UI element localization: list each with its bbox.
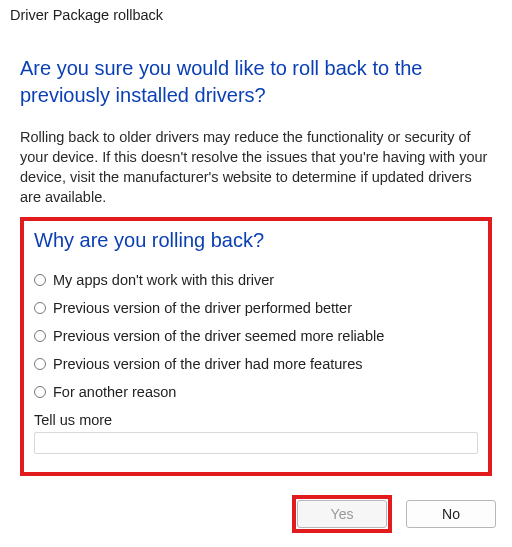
reason-label: My apps don't work with this driver (53, 272, 274, 288)
reason-option-apps[interactable]: My apps don't work with this driver (34, 272, 478, 288)
reason-section: Why are you rolling back? My apps don't … (20, 217, 492, 476)
reason-option-performed-better[interactable]: Previous version of the driver performed… (34, 300, 478, 316)
reason-radio[interactable] (34, 330, 46, 342)
reason-radio[interactable] (34, 302, 46, 314)
no-button[interactable]: No (406, 500, 496, 528)
tell-us-more-label: Tell us more (34, 412, 478, 428)
dialog-window: Driver Package rollback Are you sure you… (0, 0, 512, 547)
description-text: Rolling back to older drivers may reduce… (20, 127, 492, 207)
reason-label: Previous version of the driver seemed mo… (53, 328, 384, 344)
reason-option-more-reliable[interactable]: Previous version of the driver seemed mo… (34, 328, 478, 344)
reason-heading: Why are you rolling back? (34, 229, 478, 252)
main-heading: Are you sure you would like to roll back… (20, 55, 492, 109)
yes-button[interactable]: Yes (297, 500, 387, 528)
reason-radio[interactable] (34, 386, 46, 398)
reason-option-other[interactable]: For another reason (34, 384, 478, 400)
tell-us-more-input[interactable] (34, 432, 478, 454)
window-title: Driver Package rollback (0, 0, 512, 25)
reason-radio[interactable] (34, 358, 46, 370)
yes-button-highlight: Yes (292, 495, 392, 533)
reason-label: For another reason (53, 384, 176, 400)
reason-radio[interactable] (34, 274, 46, 286)
reason-label: Previous version of the driver had more … (53, 356, 362, 372)
dialog-content: Are you sure you would like to roll back… (0, 25, 512, 476)
reason-label: Previous version of the driver performed… (53, 300, 352, 316)
dialog-button-row: Yes No (292, 495, 496, 533)
reason-option-more-features[interactable]: Previous version of the driver had more … (34, 356, 478, 372)
